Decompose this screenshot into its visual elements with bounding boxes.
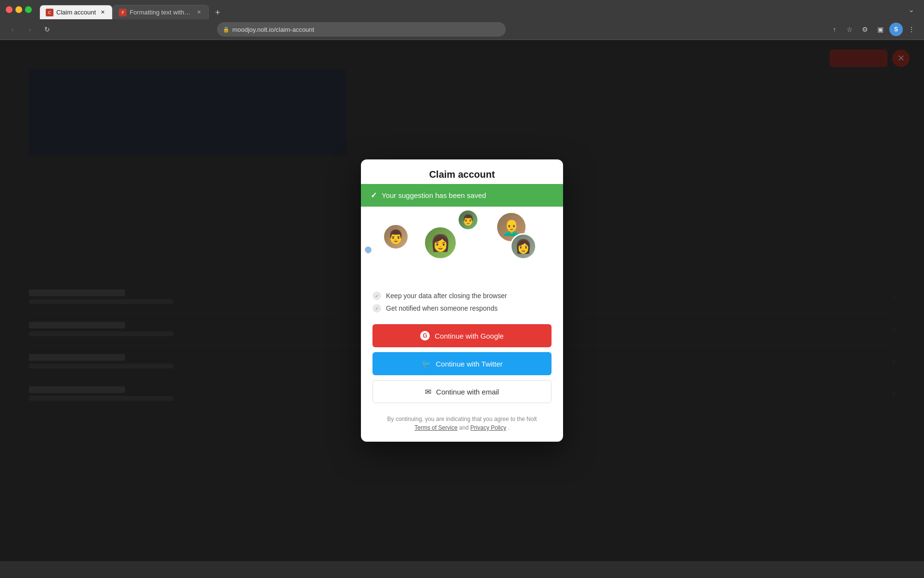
browser-chrome: C Claim account ✕ F Formatting text with… [0, 0, 924, 40]
reload-button[interactable]: ↻ [40, 23, 54, 36]
modal-wrapper: Claim account ✓ Your suggestion has been… [0, 40, 924, 561]
avatar: 👤 [363, 245, 373, 255]
avatar-face: 👩 [425, 227, 456, 258]
minimize-traffic-light[interactable] [15, 6, 22, 13]
avatars-area: 👤 👨 👩 👨 👨‍🦲 👩 [361, 207, 563, 284]
continue-with-twitter-button[interactable]: 🐦 Continue with Twitter [372, 352, 552, 375]
continue-with-email-button[interactable]: ✉ Continue with email [372, 380, 552, 403]
footer-suffix: . [508, 424, 509, 431]
feature-text: Get notified when someone responds [386, 304, 498, 312]
feature-item-data: ✓ Keep your data after closing the brows… [372, 291, 552, 300]
tab1-close-button[interactable]: ✕ [99, 9, 106, 16]
feature-item-notify: ✓ Get notified when someone responds [372, 304, 552, 313]
avatar: 👩 [424, 226, 457, 260]
footer-prefix: By continuing, you are indicating that y… [387, 416, 537, 422]
footer-and: and [459, 424, 469, 431]
success-check-icon: ✓ [371, 191, 377, 200]
modal-buttons: G Continue with Google 🐦 Continue with T… [361, 320, 563, 411]
address-bar[interactable]: 🔒 moodjoy.nolt.io/claim-account [217, 22, 506, 37]
success-message: Your suggestion has been saved [382, 191, 486, 199]
tab-formatting[interactable]: F Formatting text with Markdown... ✕ [113, 5, 209, 19]
tab1-title: Claim account [56, 9, 96, 16]
address-bar-row: ‹ › ↻ 🔒 moodjoy.nolt.io/claim-account ↑ … [0, 19, 924, 39]
new-tab-button[interactable]: + [211, 6, 224, 19]
sidebar-button[interactable]: ▣ [874, 23, 887, 36]
bookmark-button[interactable]: ☆ [843, 23, 857, 36]
privacy-link[interactable]: Privacy Policy [470, 424, 506, 431]
tab2-favicon: F [119, 9, 127, 16]
modal-title: Claim account [372, 169, 552, 180]
google-icon: G [420, 331, 430, 341]
email-icon: ✉ [425, 387, 431, 396]
email-button-label: Continue with email [436, 388, 499, 396]
tab-claim-account[interactable]: C Claim account ✕ [39, 5, 113, 19]
tab2-close-button[interactable]: ✕ [195, 9, 203, 16]
maximize-traffic-light[interactable] [25, 6, 32, 13]
feature-check-icon: ✓ [372, 304, 381, 313]
twitter-icon: 🐦 [422, 359, 431, 368]
back-button[interactable]: ‹ [6, 23, 19, 36]
traffic-lights [6, 6, 32, 13]
feature-text: Keep your data after closing the browser [386, 292, 507, 300]
page-content: › › › › [0, 40, 924, 561]
avatar: 👩 [510, 233, 537, 260]
avatar-face: 👨 [459, 210, 477, 229]
continue-with-google-button[interactable]: G Continue with Google [372, 324, 552, 347]
menu-button[interactable]: ⋮ [905, 23, 918, 36]
features-list: ✓ Keep your data after closing the brows… [361, 284, 563, 320]
modal-footer: By continuing, you are indicating that y… [361, 411, 563, 442]
extensions-button[interactable]: ⚙ [859, 23, 872, 36]
twitter-button-label: Continue with Twitter [436, 360, 503, 368]
avatar-face: 👤 [365, 247, 372, 253]
titlebar: C Claim account ✕ F Formatting text with… [0, 0, 924, 19]
toolbar-right: ↑ ☆ ⚙ ▣ S ⋮ [828, 23, 918, 36]
lock-icon: 🔒 [223, 26, 230, 33]
forward-button[interactable]: › [23, 23, 37, 36]
claim-account-modal: Claim account ✓ Your suggestion has been… [361, 159, 563, 442]
modal-header: Claim account [361, 159, 563, 184]
url-text: moodjoy.nolt.io/claim-account [232, 26, 500, 33]
tab-bar: C Claim account ✕ F Formatting text with… [36, 2, 901, 19]
tab-overflow-button[interactable]: ⌄ [905, 4, 918, 15]
tab2-title: Formatting text with Markdown... [129, 9, 192, 16]
google-button-label: Continue with Google [435, 332, 503, 340]
tos-link[interactable]: Terms of Service [414, 424, 457, 431]
feature-check-icon: ✓ [372, 291, 381, 300]
tab1-favicon: C [46, 9, 53, 16]
close-traffic-light[interactable] [6, 6, 13, 13]
profile-button[interactable]: S [889, 23, 903, 36]
avatar: 👨 [457, 209, 479, 231]
success-banner: ✓ Your suggestion has been saved [361, 184, 563, 207]
avatar: 👨 [383, 223, 409, 250]
avatar-face: 👩 [512, 235, 535, 258]
avatar-face: 👨 [384, 225, 408, 249]
share-button[interactable]: ↑ [828, 23, 841, 36]
